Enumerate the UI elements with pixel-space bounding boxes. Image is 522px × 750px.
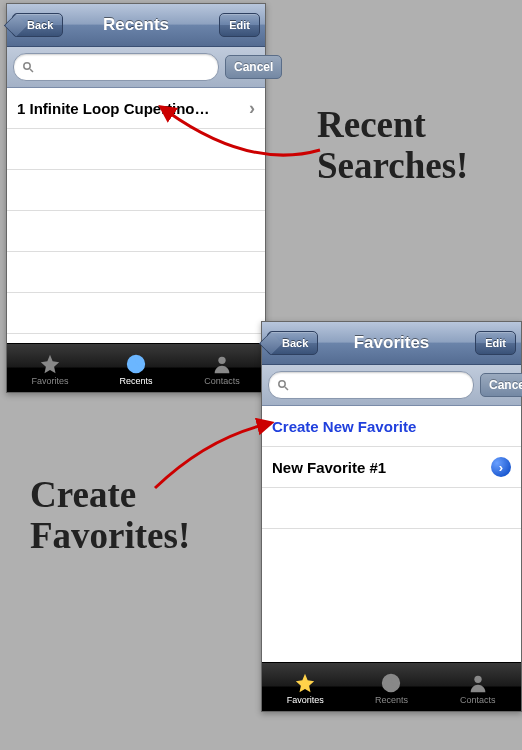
row-text: New Favorite #1: [272, 459, 386, 476]
empty-row: [262, 529, 521, 569]
navbar: Back Recents Edit: [7, 4, 265, 47]
svg-point-3: [218, 357, 225, 364]
list: Create New Favorite New Favorite #1 ›: [262, 406, 521, 662]
favorite-row[interactable]: New Favorite #1 ›: [262, 447, 521, 488]
empty-row: [262, 488, 521, 529]
tab-recents[interactable]: Recents: [348, 663, 434, 711]
svg-point-7: [474, 676, 481, 683]
tab-bar: Favorites Recents Contacts: [262, 662, 521, 711]
tab-label: Contacts: [460, 695, 496, 705]
search-bar: Cancel: [7, 47, 265, 88]
contact-icon: [466, 672, 490, 694]
search-field[interactable]: [293, 377, 465, 394]
search-input[interactable]: [268, 371, 474, 399]
search-bar: Cancel: [262, 365, 521, 406]
row-text: Create New Favorite: [272, 418, 416, 435]
tab-recents[interactable]: Recents: [93, 344, 179, 392]
navbar: Back Favorites Edit: [262, 322, 521, 365]
svg-line-1: [30, 69, 33, 72]
search-field[interactable]: [38, 59, 210, 76]
svg-point-0: [24, 63, 30, 69]
back-button[interactable]: Back: [12, 13, 63, 37]
search-input[interactable]: [13, 53, 219, 81]
cancel-button[interactable]: Cancel: [225, 55, 282, 79]
favorites-screen: Back Favorites Edit Cancel Create New Fa…: [261, 321, 522, 712]
tab-label: Favorites: [287, 695, 324, 705]
tab-contacts[interactable]: Contacts: [179, 344, 265, 392]
edit-button[interactable]: Edit: [219, 13, 260, 37]
tab-bar: Favorites Recents Contacts: [7, 343, 265, 392]
search-icon: [277, 379, 289, 391]
empty-row: [7, 170, 265, 211]
callout-create-favorites: Create Favorites!: [30, 475, 190, 556]
empty-row: [7, 211, 265, 252]
clock-icon: [124, 353, 148, 375]
svg-point-4: [279, 381, 285, 387]
empty-row: [7, 129, 265, 170]
empty-row: [7, 293, 265, 334]
list: 1 Infinite Loop Cupertino… ›: [7, 88, 265, 343]
recents-screen: Back Recents Edit Cancel 1 Infinite Loop…: [6, 3, 266, 393]
create-new-favorite-row[interactable]: Create New Favorite: [262, 406, 521, 447]
tab-label: Contacts: [204, 376, 240, 386]
contact-icon: [210, 353, 234, 375]
search-icon: [22, 61, 34, 73]
cancel-button[interactable]: Cancel: [480, 373, 522, 397]
tab-favorites[interactable]: Favorites: [262, 663, 348, 711]
clock-icon: [379, 672, 403, 694]
callout-recent-searches: Recent Searches!: [317, 105, 468, 186]
tab-label: Recents: [375, 695, 408, 705]
empty-row: [7, 252, 265, 293]
row-text: 1 Infinite Loop Cupertino…: [17, 100, 209, 117]
edit-button[interactable]: Edit: [475, 331, 516, 355]
svg-line-5: [285, 387, 288, 390]
tab-label: Favorites: [31, 376, 68, 386]
star-icon: [293, 672, 317, 694]
tab-favorites[interactable]: Favorites: [7, 344, 93, 392]
recent-search-row[interactable]: 1 Infinite Loop Cupertino… ›: [7, 88, 265, 129]
disclosure-icon[interactable]: ›: [491, 457, 511, 477]
chevron-right-icon: ›: [249, 98, 255, 119]
back-button[interactable]: Back: [267, 331, 318, 355]
tab-label: Recents: [119, 376, 152, 386]
tab-contacts[interactable]: Contacts: [435, 663, 521, 711]
star-icon: [38, 353, 62, 375]
